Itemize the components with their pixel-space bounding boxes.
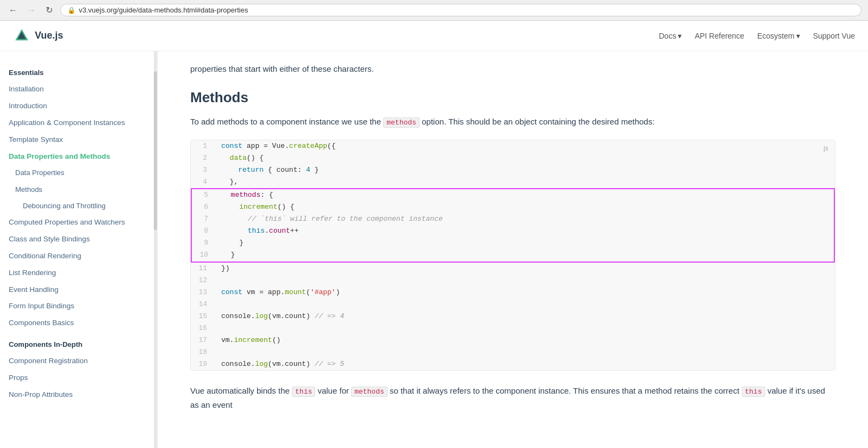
nav-docs[interactable]: Docs ▾ bbox=[659, 32, 682, 40]
code-line-12: 12 bbox=[191, 275, 835, 287]
vue-logo-icon bbox=[13, 27, 30, 45]
sidebar-item-conditional-rendering[interactable]: Conditional Rendering bbox=[0, 248, 157, 265]
logo-text: Vue.js bbox=[35, 30, 63, 41]
code-line-2: 2 data() { bbox=[191, 152, 835, 164]
line-num-9: 9 bbox=[192, 237, 216, 249]
nav-links: Docs ▾ API Reference Ecosystem ▾ Support… bbox=[659, 32, 855, 40]
intro-text: properties that start with either of the… bbox=[190, 51, 835, 76]
reload-button[interactable]: ↻ bbox=[43, 4, 55, 16]
line-num-6: 6 bbox=[192, 201, 216, 213]
line-num-3: 3 bbox=[191, 164, 215, 176]
content-area: properties that start with either of the… bbox=[158, 51, 868, 448]
line-num-5: 5 bbox=[192, 189, 216, 201]
sidebar-item-data-properties[interactable]: Data Properties bbox=[0, 165, 157, 181]
line-num-10: 10 bbox=[192, 249, 216, 261]
code-line-13: 13 const vm = app.mount('#app') bbox=[191, 287, 835, 298]
sidebar-item-data-properties-methods[interactable]: Data Properties and Methods bbox=[0, 148, 157, 165]
sidebar-item-computed-watchers[interactable]: Computed Properties and Watchers bbox=[0, 214, 157, 231]
line-num-7: 7 bbox=[192, 213, 216, 225]
line-content-10: } bbox=[216, 249, 834, 261]
sidebar-item-components-basics[interactable]: Components Basics bbox=[0, 315, 157, 332]
logo[interactable]: Vue.js bbox=[13, 27, 63, 45]
sidebar-item-introduction[interactable]: Introduction bbox=[0, 98, 157, 115]
sidebar-section-components-depth: Components In-Depth bbox=[0, 336, 157, 353]
code-lang-label: js bbox=[823, 145, 828, 152]
code-line-16: 16 bbox=[191, 322, 835, 334]
line-content-16 bbox=[215, 322, 835, 334]
code-line-15: 15 console.log(vm.count) // => 4 bbox=[191, 310, 835, 322]
sidebar-item-props[interactable]: Props bbox=[0, 370, 157, 387]
sidebar-item-installation[interactable]: Installation bbox=[0, 81, 157, 98]
code-line-6: 6 increment() { bbox=[192, 201, 834, 213]
line-content-4: }, bbox=[215, 176, 835, 188]
sidebar-item-component-registration[interactable]: Component Registration bbox=[0, 353, 157, 370]
line-content-3: return { count: 4 } bbox=[215, 164, 835, 176]
line-num-4: 4 bbox=[191, 176, 215, 188]
bottom-paragraph: Vue automatically binds the this value f… bbox=[190, 384, 835, 412]
url-text: v3.vuejs.org/guide/data-methods.html#dat… bbox=[79, 6, 248, 14]
line-num-19: 19 bbox=[191, 358, 215, 370]
code-line-3: 3 return { count: 4 } bbox=[191, 164, 835, 176]
sidebar-item-form-input[interactable]: Form Input Bindings bbox=[0, 298, 157, 315]
sidebar-item-non-prop-attributes[interactable]: Non-Prop Attributes bbox=[0, 387, 157, 403]
line-num-14: 14 bbox=[191, 298, 215, 310]
code-line-14: 14 bbox=[191, 298, 835, 310]
sidebar-item-methods[interactable]: Methods bbox=[0, 182, 157, 198]
nav-ecosystem[interactable]: Ecosystem ▾ bbox=[757, 32, 800, 40]
bottom-para-mid2: so that it always refers to the componen… bbox=[388, 386, 742, 395]
code-line-18: 18 bbox=[191, 346, 835, 358]
methods-intro-before: To add methods to a component instance w… bbox=[190, 117, 383, 126]
bottom-code-this2: this bbox=[742, 387, 765, 397]
line-content-1: const app = Vue.createApp({ bbox=[215, 140, 835, 152]
methods-intro-paragraph: To add methods to a component instance w… bbox=[190, 115, 835, 129]
nav-api-reference[interactable]: API Reference bbox=[695, 32, 744, 40]
code-line-19: 19 console.log(vm.count) // => 5 bbox=[191, 358, 835, 370]
section-heading-methods: Methods bbox=[190, 89, 835, 106]
line-content-5: methods: { bbox=[216, 189, 834, 201]
code-line-1: 1 const app = Vue.createApp({ bbox=[191, 140, 835, 152]
line-content-15: console.log(vm.count) // => 4 bbox=[215, 310, 835, 322]
line-content-14 bbox=[215, 298, 835, 310]
back-button[interactable]: ← bbox=[7, 4, 20, 16]
line-content-17: vm.increment() bbox=[215, 334, 835, 346]
line-num-18: 18 bbox=[191, 346, 215, 358]
bottom-para-before: Vue automatically binds the bbox=[190, 386, 292, 395]
methods-inline-code: methods bbox=[383, 117, 420, 128]
scrollbar-thumb[interactable] bbox=[154, 71, 157, 230]
line-num-16: 16 bbox=[191, 322, 215, 334]
code-line-17: 17 vm.increment() bbox=[191, 334, 835, 346]
code-line-9: 9 } bbox=[192, 237, 834, 249]
sidebar-item-event-handling[interactable]: Event Handling bbox=[0, 282, 157, 298]
nav-ecosystem-label: Ecosystem bbox=[757, 32, 794, 40]
sidebar: Essentials Installation Introduction App… bbox=[0, 51, 158, 448]
nav-docs-label: Docs bbox=[659, 32, 676, 40]
line-num-17: 17 bbox=[191, 334, 215, 346]
bottom-code-this: this bbox=[292, 387, 315, 397]
code-line-10: 10 } bbox=[192, 249, 834, 261]
sidebar-item-list-rendering[interactable]: List Rendering bbox=[0, 265, 157, 282]
line-content-9: } bbox=[216, 237, 834, 249]
line-num-2: 2 bbox=[191, 152, 215, 164]
nav-ecosystem-chevron-icon: ▾ bbox=[796, 32, 800, 40]
code-line-4: 4 }, bbox=[191, 176, 835, 188]
bottom-code-methods: methods bbox=[351, 387, 388, 397]
forward-button[interactable]: → bbox=[25, 4, 38, 16]
nav-support-vue[interactable]: Support Vue bbox=[813, 32, 855, 40]
address-bar[interactable]: 🔒 v3.vuejs.org/guide/data-methods.html#d… bbox=[60, 4, 861, 16]
line-content-2: data() { bbox=[215, 152, 835, 164]
sidebar-item-class-style[interactable]: Class and Style Bindings bbox=[0, 231, 157, 248]
line-content-11: }) bbox=[215, 263, 835, 275]
line-num-1: 1 bbox=[191, 140, 215, 152]
sidebar-section-essentials: Essentials bbox=[0, 64, 157, 81]
line-content-12 bbox=[215, 275, 835, 287]
line-num-12: 12 bbox=[191, 275, 215, 287]
methods-intro-after: option. This should be an object contain… bbox=[420, 117, 655, 126]
sidebar-item-debouncing-throttling[interactable]: Debouncing and Throttling bbox=[0, 198, 157, 214]
top-navigation: Vue.js Docs ▾ API Reference Ecosystem ▾ … bbox=[0, 21, 868, 51]
code-line-8: 8 this.count++ bbox=[192, 225, 834, 237]
code-block: js 1 const app = Vue.createApp({ 2 data(… bbox=[190, 140, 835, 371]
sidebar-item-template-syntax[interactable]: Template Syntax bbox=[0, 132, 157, 148]
code-highlight-region: 5 methods: { 6 increment() { 7 // `this`… bbox=[191, 188, 835, 263]
scrollbar[interactable] bbox=[154, 51, 157, 448]
sidebar-item-app-component-instances[interactable]: Application & Component Instances bbox=[0, 115, 157, 132]
